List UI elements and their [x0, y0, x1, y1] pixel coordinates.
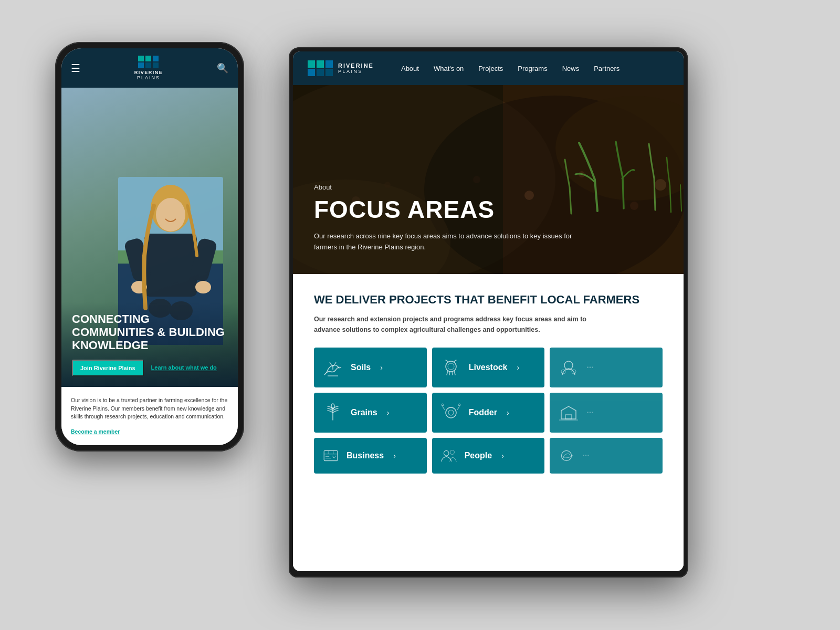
nav-item-partners[interactable]: Partners — [594, 65, 620, 72]
tablet-hero-content: About FOCUS AREAS Our research across ni… — [314, 183, 663, 253]
logo-block — [153, 56, 159, 61]
svg-point-40 — [562, 451, 572, 461]
logo-block — [153, 62, 159, 68]
tablet-logo: RIVERINE PLAINS — [308, 60, 374, 76]
logo-block — [145, 62, 151, 68]
join-button[interactable]: Join Riverine Plains — [72, 360, 144, 376]
phone-frame: ☰ — [55, 42, 244, 452]
business-label: Business — [346, 451, 384, 460]
phone-vision-text: Our vision is to be a trusted partner in… — [71, 396, 228, 421]
people-icon — [440, 447, 457, 464]
focus-card-fodder[interactable]: Fodder › — [432, 393, 545, 433]
logo-block — [308, 60, 315, 68]
soils-icon — [322, 357, 343, 378]
livestock-arrow: › — [517, 363, 519, 372]
phone-logo-text: RIVERINE — [134, 70, 163, 75]
logo-block — [138, 56, 144, 61]
partial2-icon — [558, 402, 579, 423]
learn-link[interactable]: Learn about what we do — [151, 364, 217, 371]
partial3-label: ··· — [582, 451, 589, 460]
phone-navbar: ☰ — [61, 48, 238, 88]
soils-arrow: › — [380, 363, 383, 372]
focus-grid: Soils › Livestock › — [314, 348, 663, 474]
phone-screen: ☰ — [61, 48, 238, 445]
tablet-logo-sub: PLAINS — [338, 69, 374, 74]
phone-logo: RIVERINE PLAINS — [134, 56, 163, 80]
partial1-label: ··· — [586, 363, 593, 372]
phone-hero: CONNECTING COMMUNITIES & BUILDING KNOWLE… — [61, 88, 238, 387]
hero-breadcrumb: About — [314, 183, 663, 191]
logo-block — [308, 69, 315, 76]
tablet-logo-name: RIVERINE — [338, 63, 374, 69]
tablet-navbar: RIVERINE PLAINS About What's on Projects… — [293, 51, 684, 85]
svg-point-32 — [446, 407, 456, 418]
search-icon[interactable]: 🔍 — [217, 62, 228, 74]
focus-card-partial3[interactable]: ··· — [550, 438, 663, 474]
nav-item-programs[interactable]: Programs — [518, 65, 547, 72]
phone-bottom-card: Our vision is to be a trusted partner in… — [61, 387, 238, 445]
partial3-icon — [558, 447, 575, 464]
focus-card-partial2[interactable]: ··· — [550, 393, 663, 433]
tablet-logo-text: RIVERINE PLAINS — [338, 63, 374, 74]
soils-label: Soils — [351, 363, 371, 372]
focus-card-livestock[interactable]: Livestock › — [432, 348, 545, 387]
focus-card-soils[interactable]: Soils › — [314, 348, 427, 387]
grains-icon — [322, 402, 343, 423]
nav-item-whatson[interactable]: What's on — [434, 65, 464, 72]
tablet-content: WE DELIVER PROJECTS THAT BENEFIT LOCAL F… — [293, 274, 684, 571]
content-description: Our research and extension projects and … — [314, 314, 587, 335]
grains-label: Grains — [351, 408, 377, 417]
nav-item-news[interactable]: News — [562, 65, 580, 72]
partial1-icon — [558, 357, 579, 378]
svg-point-4 — [156, 198, 185, 232]
fodder-label: Fodder — [469, 408, 497, 417]
livestock-icon — [440, 357, 461, 378]
tablet-device: RIVERINE PLAINS About What's on Projects… — [289, 47, 688, 578]
business-arrow: › — [393, 452, 396, 460]
logo-block — [326, 60, 333, 68]
tablet-logo-icon — [308, 60, 333, 76]
phone-hero-buttons: Join Riverine Plains Learn about what we… — [72, 360, 227, 376]
logo-block — [317, 60, 324, 68]
livestock-label: Livestock — [469, 363, 508, 372]
svg-rect-37 — [324, 451, 338, 461]
business-icon — [322, 447, 339, 464]
people-arrow: › — [501, 452, 504, 460]
fodder-arrow: › — [507, 408, 509, 417]
phone-logo-sub: PLAINS — [137, 75, 160, 80]
logo-block — [145, 56, 151, 61]
become-member-link[interactable]: Become a member — [71, 428, 120, 435]
svg-point-33 — [448, 410, 454, 415]
nav-item-about[interactable]: About — [401, 65, 419, 72]
svg-point-39 — [450, 450, 454, 455]
focus-card-business[interactable]: Business › — [314, 438, 427, 474]
fodder-icon — [440, 402, 461, 423]
svg-rect-36 — [565, 415, 572, 419]
svg-point-9 — [195, 281, 211, 293]
content-heading: WE DELIVER PROJECTS THAT BENEFIT LOCAL F… — [314, 293, 663, 307]
hero-title: FOCUS AREAS — [314, 196, 663, 223]
logo-block — [317, 69, 324, 76]
grains-arrow: › — [387, 408, 390, 417]
tablet-nav-items: About What's on Projects Programs News P… — [401, 65, 669, 72]
hamburger-icon[interactable]: ☰ — [71, 63, 80, 74]
logo-icon — [138, 56, 159, 68]
hero-description: Our research across nine key focus areas… — [314, 231, 576, 253]
focus-card-grains[interactable]: Grains › — [314, 393, 427, 433]
phone-hero-title: CONNECTING COMMUNITIES & BUILDING KNOWLE… — [72, 312, 227, 352]
svg-point-27 — [448, 363, 454, 370]
focus-card-partial1[interactable]: ··· — [550, 348, 663, 387]
svg-point-26 — [446, 361, 456, 372]
logo-block — [138, 62, 144, 68]
nav-item-projects[interactable]: Projects — [478, 65, 503, 72]
svg-point-38 — [444, 451, 449, 456]
tablet-frame: RIVERINE PLAINS About What's on Projects… — [289, 47, 688, 578]
tablet-screen: RIVERINE PLAINS About What's on Projects… — [293, 51, 684, 571]
partial2-label: ··· — [586, 408, 593, 417]
tablet-hero: About FOCUS AREAS Our research across ni… — [293, 85, 684, 274]
phone-hero-overlay: CONNECTING COMMUNITIES & BUILDING KNOWLE… — [61, 302, 238, 387]
svg-rect-5 — [144, 234, 197, 297]
phone-device: ☰ — [55, 42, 244, 588]
logo-block — [326, 69, 333, 76]
focus-card-people[interactable]: People › — [432, 438, 545, 474]
